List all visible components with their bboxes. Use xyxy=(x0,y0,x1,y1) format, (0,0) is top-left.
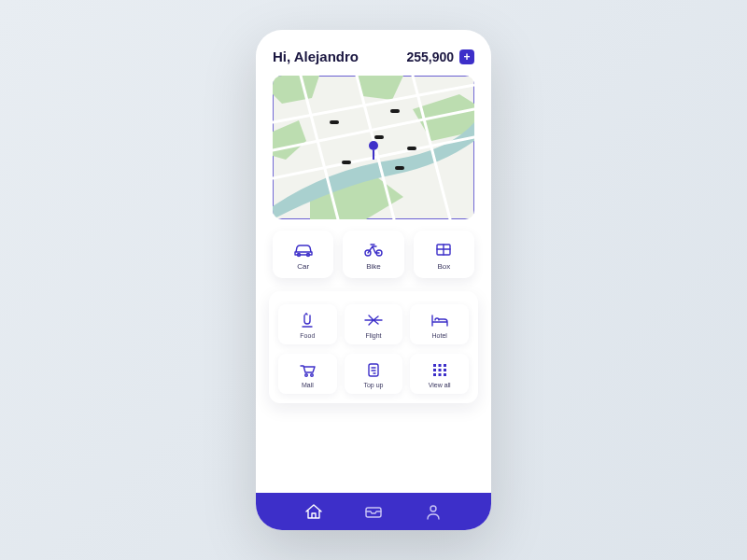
user-location-pin xyxy=(369,141,378,150)
transport-bike-button[interactable]: Bike xyxy=(343,231,403,278)
svg-point-13 xyxy=(311,374,314,377)
service-label: Food xyxy=(300,332,315,339)
svg-rect-19 xyxy=(438,369,441,371)
topup-icon xyxy=(363,361,384,378)
service-label: View all xyxy=(429,382,451,388)
transport-label: Box xyxy=(437,262,450,271)
svg-rect-23 xyxy=(444,373,446,376)
service-label: Hotel xyxy=(431,332,446,339)
svg-rect-5 xyxy=(395,166,404,170)
profile-icon xyxy=(423,501,444,522)
service-label: Flight xyxy=(365,332,381,339)
service-label: Mall xyxy=(302,382,314,388)
service-label: Top up xyxy=(363,382,383,388)
greeting-text: Hi, Alejandro xyxy=(273,49,359,64)
bottom-nav xyxy=(256,493,491,530)
service-hotel-button[interactable]: Hotel xyxy=(410,304,469,344)
box-icon xyxy=(432,240,455,259)
svg-rect-6 xyxy=(407,147,416,150)
car-icon xyxy=(292,240,315,259)
svg-rect-22 xyxy=(438,373,441,376)
food-icon xyxy=(297,312,317,329)
svg-rect-16 xyxy=(438,364,441,367)
transport-label: Car xyxy=(297,262,309,271)
services-panel: Food Flight Hotel Mall Top up xyxy=(269,291,478,403)
svg-point-25 xyxy=(430,506,436,511)
svg-rect-17 xyxy=(444,364,446,367)
service-topup-button[interactable]: Top up xyxy=(345,354,403,394)
nav-home-button[interactable] xyxy=(303,501,324,522)
svg-point-12 xyxy=(305,374,308,377)
points-value: 255,900 xyxy=(406,49,454,64)
service-mall-button[interactable]: Mall xyxy=(278,354,337,394)
svg-rect-20 xyxy=(444,369,446,371)
svg-rect-15 xyxy=(433,364,436,367)
svg-rect-21 xyxy=(433,373,436,376)
svg-rect-18 xyxy=(433,369,436,371)
svg-rect-2 xyxy=(390,109,400,113)
home-icon xyxy=(303,501,324,522)
service-food-button[interactable]: Food xyxy=(278,304,337,344)
phone-frame: Hi, Alejandro 255,900 + xyxy=(256,30,491,530)
grid-icon xyxy=(430,361,450,378)
mall-icon xyxy=(297,361,317,378)
transport-label: Bike xyxy=(366,262,381,271)
transport-row: Car Bike Box xyxy=(256,219,491,286)
svg-rect-1 xyxy=(330,120,339,124)
transport-car-button[interactable]: Car xyxy=(273,231,333,278)
svg-rect-24 xyxy=(366,508,381,517)
header: Hi, Alejandro 255,900 + xyxy=(256,30,491,76)
inbox-icon xyxy=(363,501,384,522)
service-flight-button[interactable]: Flight xyxy=(345,304,403,344)
nav-inbox-button[interactable] xyxy=(363,501,384,522)
map-view[interactable] xyxy=(273,76,474,219)
svg-rect-3 xyxy=(374,135,384,139)
service-viewall-button[interactable]: View all xyxy=(410,354,469,394)
nav-profile-button[interactable] xyxy=(423,501,444,522)
transport-box-button[interactable]: Box xyxy=(414,231,474,278)
hotel-icon xyxy=(430,312,450,329)
points-balance: 255,900 + xyxy=(406,49,474,64)
add-points-button[interactable]: + xyxy=(459,49,474,64)
flight-icon xyxy=(363,312,384,329)
bike-icon xyxy=(362,240,385,259)
svg-rect-4 xyxy=(342,161,351,164)
